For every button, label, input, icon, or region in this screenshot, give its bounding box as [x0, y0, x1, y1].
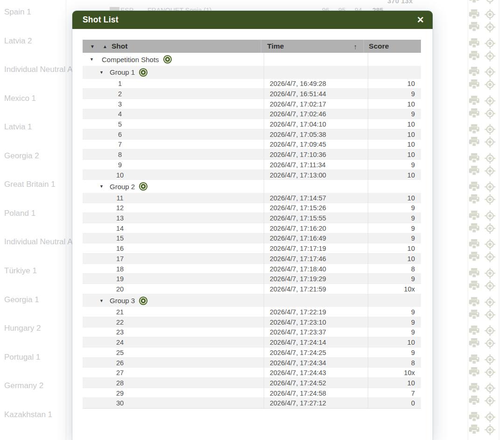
- shot-time-cell: 2026/4/7, 17:09:45: [264, 140, 368, 150]
- shot-number: 15: [112, 234, 128, 242]
- group-row[interactable]: ▼Group 2: [83, 180, 421, 193]
- shot-list-dialog: Shot List ✕ ▼ ▲ Shot Time ↑ Score ▼Compe…: [72, 11, 433, 440]
- printer-icon: [469, 280, 480, 291]
- group-row[interactable]: ▼Group 1: [83, 66, 421, 79]
- score-column-header[interactable]: Score: [364, 40, 421, 53]
- shot-score-cell: 9: [368, 89, 421, 99]
- shot-row[interactable]: 132026/4/7, 17:15:559: [83, 213, 421, 223]
- time-column-header[interactable]: Time ↑: [261, 40, 364, 53]
- bullseye-icon[interactable]: [139, 68, 148, 77]
- shot-time-cell: 2026/4/7, 17:13:00: [264, 170, 368, 180]
- shot-row[interactable]: 202026/4/7, 17:21:5910x: [83, 284, 421, 294]
- collapse-all-icon[interactable]: ▼: [90, 44, 95, 49]
- shot-score-cell: 9: [368, 213, 421, 223]
- shot-row[interactable]: 22026/4/7, 16:51:449: [83, 89, 421, 99]
- shot-row[interactable]: 122026/4/7, 17:15:269: [83, 203, 421, 213]
- team-label: Mexico 1: [4, 93, 36, 104]
- shot-row[interactable]: 12026/4/7, 16:49:2810: [83, 79, 421, 89]
- group-row[interactable]: ▼Group 3: [83, 294, 421, 307]
- shot-time-cell: 2026/4/7, 17:24:34: [264, 358, 368, 368]
- shot-row[interactable]: 192026/4/7, 17:19:299: [83, 274, 421, 284]
- crosshair-target-icon: [484, 50, 496, 62]
- shot-score-cell: 9: [368, 274, 421, 284]
- printer-icon: [469, 9, 480, 20]
- shot-row[interactable]: 162026/4/7, 17:17:1910: [83, 243, 421, 254]
- shot-row[interactable]: 232026/4/7, 17:23:379: [83, 327, 421, 338]
- shot-row[interactable]: 102026/4/7, 17:13:0010: [83, 170, 421, 180]
- shot-row[interactable]: 82026/4/7, 17:10:3610: [83, 149, 421, 160]
- crosshair-target-icon: [484, 424, 496, 435]
- group-label-text: Group 3: [110, 297, 135, 305]
- shot-time-cell: 2026/4/7, 17:24:43: [264, 368, 368, 378]
- shot-time-cell: 2026/4/7, 17:14:57: [264, 193, 368, 203]
- shot-score-cell: 10x: [368, 368, 421, 378]
- shot-row[interactable]: 292026/4/7, 17:24:587: [83, 388, 421, 398]
- crosshair-target-icon: [484, 297, 496, 308]
- crosshair-target-icon: [484, 108, 496, 119]
- shot-number: 4: [112, 110, 128, 118]
- group-collapse-icon[interactable]: ▼: [99, 70, 104, 75]
- sort-ascending-icon[interactable]: ↑: [354, 43, 357, 50]
- shot-score-cell: [368, 294, 421, 307]
- shot-row[interactable]: 262026/4/7, 17:24:348: [83, 358, 421, 368]
- shot-time-cell: 2026/4/7, 17:16:20: [264, 223, 368, 234]
- group-collapse-icon[interactable]: ▼: [99, 184, 104, 189]
- crosshair-target-icon: [484, 165, 496, 177]
- printer-icon: [469, 239, 480, 250]
- shot-number: 18: [112, 265, 128, 273]
- bullseye-icon[interactable]: [139, 182, 148, 191]
- shot-row[interactable]: 172026/4/7, 17:17:4610: [83, 254, 421, 264]
- shot-row[interactable]: 72026/4/7, 17:09:4510: [83, 140, 421, 150]
- crosshair-target-icon: [484, 136, 496, 148]
- shot-row[interactable]: 142026/4/7, 17:16:209: [83, 223, 421, 234]
- group-collapse-icon[interactable]: ▼: [90, 57, 94, 62]
- close-icon[interactable]: ✕: [417, 15, 424, 24]
- shot-score-cell: 10: [368, 79, 421, 89]
- shot-score-cell: 8: [368, 358, 421, 368]
- shot-time-cell: 2026/4/7, 17:04:10: [264, 119, 368, 129]
- shot-row[interactable]: 92026/4/7, 17:11:349: [83, 160, 421, 170]
- shot-score-cell: 8: [368, 264, 421, 274]
- shot-row[interactable]: 62026/4/7, 17:05:3810: [83, 129, 421, 140]
- shot-time-cell: 2026/4/7, 17:24:58: [264, 388, 368, 398]
- crosshair-target-icon: [484, 21, 496, 33]
- expand-all-icon[interactable]: ▲: [103, 44, 107, 49]
- shot-row[interactable]: 32026/4/7, 17:02:1710: [83, 99, 421, 109]
- shot-row[interactable]: 242026/4/7, 17:24:1410: [83, 337, 421, 348]
- shot-time-cell: 2026/4/7, 17:05:38: [264, 129, 368, 140]
- shot-number: 30: [112, 399, 128, 407]
- shot-score-cell: 9: [368, 160, 421, 170]
- shot-row[interactable]: 222026/4/7, 17:23:109: [83, 317, 421, 327]
- shot-column-header[interactable]: ▼ ▲ Shot: [83, 40, 261, 53]
- shot-score-cell: 10: [368, 99, 421, 109]
- shot-row[interactable]: 182026/4/7, 17:18:408: [83, 264, 421, 274]
- shot-row[interactable]: 302026/4/7, 17:27:120: [83, 398, 421, 408]
- shot-row[interactable]: 152026/4/7, 17:16:499: [83, 234, 421, 244]
- crosshair-target-icon: [484, 38, 496, 49]
- shot-row[interactable]: 112026/4/7, 17:14:5710: [83, 193, 421, 203]
- bullseye-icon[interactable]: [139, 296, 148, 305]
- team-label: Kazakhstan 1: [4, 410, 52, 420]
- shot-time-cell: 2026/4/7, 17:15:55: [264, 213, 368, 223]
- shot-score-cell: 10: [368, 170, 421, 180]
- root-group-row[interactable]: ▼Competition Shots: [83, 53, 421, 66]
- shot-row[interactable]: 42026/4/7, 17:02:469: [83, 109, 421, 120]
- printer-icon: [469, 424, 480, 435]
- shot-score-cell: 9: [368, 234, 421, 244]
- bullseye-icon[interactable]: [163, 55, 172, 64]
- shot-row[interactable]: 272026/4/7, 17:24:4310x: [83, 368, 421, 378]
- shot-number: 27: [112, 369, 128, 376]
- printer-icon: [469, 108, 480, 119]
- shot-number: 14: [112, 225, 128, 232]
- shot-score-cell: 9: [368, 317, 421, 327]
- shot-row[interactable]: 212026/4/7, 17:22:199: [83, 307, 421, 317]
- shot-row[interactable]: 282026/4/7, 17:24:5210: [83, 378, 421, 388]
- crosshair-target-icon: [484, 354, 496, 365]
- printer-icon: [469, 136, 480, 148]
- shot-row[interactable]: 252026/4/7, 17:24:259: [83, 348, 421, 358]
- shot-number: 23: [112, 328, 128, 336]
- group-collapse-icon[interactable]: ▼: [99, 298, 104, 303]
- shot-time-cell: [264, 294, 368, 307]
- shot-number: 3: [112, 100, 128, 108]
- shot-row[interactable]: 52026/4/7, 17:04:1010: [83, 119, 421, 129]
